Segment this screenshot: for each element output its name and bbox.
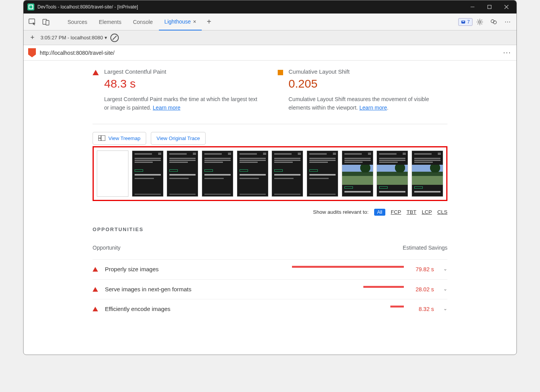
window-maximize-button[interactable] xyxy=(481,0,498,14)
metric-lcp: Largest Contentful Paint 48.3 s Largest … xyxy=(93,68,262,112)
opportunity-row[interactable]: Efficiently encode images 8.32 s ⌄ xyxy=(93,299,447,319)
filmstrip-frame[interactable] xyxy=(202,150,233,197)
report-content[interactable]: Largest Contentful Paint 48.3 s Largest … xyxy=(24,61,516,355)
tab-sources[interactable]: Sources xyxy=(62,14,93,30)
new-run-button[interactable]: + xyxy=(27,34,37,42)
add-tab-button[interactable]: + xyxy=(202,15,216,29)
metric-title: Largest Contentful Paint xyxy=(104,68,262,75)
filter-fcp[interactable]: FCP xyxy=(391,209,401,215)
titlebar: DevTools - localhost:8080/travel-site/ -… xyxy=(24,0,516,14)
filter-cls[interactable]: CLS xyxy=(437,209,447,215)
savings-bar xyxy=(390,306,404,308)
filmstrip-frame[interactable] xyxy=(132,150,164,197)
lighthouse-urlbar: http://localhost:8080/travel-site/ ⋮ xyxy=(24,45,516,61)
filmstrip-frame[interactable] xyxy=(307,150,338,197)
metric-description: Largest Contentful Paint marks the time … xyxy=(104,95,262,112)
opportunity-row[interactable]: Properly size images 79.82 s ⌄ xyxy=(93,259,447,279)
filmstrip-frame[interactable] xyxy=(167,150,198,197)
metrics-row: Largest Contentful Paint 48.3 s Largest … xyxy=(93,68,447,124)
metric-value: 0.205 xyxy=(289,77,447,90)
main-tabstrip: Sources Elements Console Lighthouse × + … xyxy=(24,14,516,30)
feedback-icon[interactable] xyxy=(487,15,500,29)
metric-value: 48.3 s xyxy=(104,77,262,90)
chevron-down-icon[interactable]: ⌄ xyxy=(443,306,447,311)
more-menu-icon[interactable]: ⋯ xyxy=(501,15,514,29)
inspect-element-icon[interactable] xyxy=(26,15,39,29)
audited-url: http://localhost:8080/travel-site/ xyxy=(40,50,499,56)
filmstrip xyxy=(93,146,447,201)
svg-point-8 xyxy=(479,21,481,23)
metric-title: Cumulative Layout Shift xyxy=(289,68,447,75)
issues-badge[interactable]: 7 xyxy=(458,18,472,26)
tab-lighthouse[interactable]: Lighthouse × xyxy=(159,14,202,30)
metric-cls: Cumulative Layout Shift 0.205 Cumulative… xyxy=(278,68,447,112)
learn-more-link[interactable]: Learn more xyxy=(153,105,181,111)
close-tab-icon[interactable]: × xyxy=(193,19,196,25)
svg-rect-1 xyxy=(488,5,491,9)
view-trace-button[interactable]: View Original Trace xyxy=(151,132,206,145)
filmstrip-frame[interactable] xyxy=(342,150,373,197)
filmstrip-frame[interactable] xyxy=(376,150,408,197)
filter-all[interactable]: All xyxy=(374,209,385,216)
metric-description: Cumulative Layout Shift measures the mov… xyxy=(289,95,447,112)
opportunities-columns: Opportunity Estimated Savings xyxy=(93,245,447,251)
svg-rect-6 xyxy=(46,20,49,25)
view-treemap-button[interactable]: View Treemap xyxy=(93,132,146,145)
report-menu-button[interactable]: ⋮ xyxy=(503,49,512,57)
filmstrip-frame[interactable] xyxy=(97,150,128,197)
chevron-down-icon[interactable]: ⌄ xyxy=(443,266,447,272)
filmstrip-frame[interactable] xyxy=(237,150,268,197)
chevron-down-icon[interactable]: ⌄ xyxy=(443,286,447,292)
savings-bar xyxy=(363,286,404,288)
treemap-icon xyxy=(98,135,105,141)
window-minimize-button[interactable] xyxy=(464,0,481,14)
filter-label: Show audits relevant to: xyxy=(313,209,369,215)
lighthouse-icon xyxy=(28,48,36,57)
filter-lcp[interactable]: LCP xyxy=(422,209,432,215)
fail-triangle-icon xyxy=(93,70,99,75)
average-square-icon xyxy=(278,70,283,75)
savings-bar xyxy=(292,266,404,268)
device-toggle-icon[interactable] xyxy=(40,15,53,29)
window-title: DevTools - localhost:8080/travel-site/ -… xyxy=(37,4,138,10)
dropdown-caret-icon: ▾ xyxy=(105,35,107,41)
opportunity-row[interactable]: Serve images in next-gen formats 28.02 s… xyxy=(93,279,447,299)
lighthouse-run-bar: + 3:05:27 PM - localhost:8080 ▾ xyxy=(24,30,516,45)
filmstrip-frame[interactable] xyxy=(412,150,443,197)
filmstrip-frame[interactable] xyxy=(272,150,303,197)
opportunities-heading: OPPORTUNITIES xyxy=(93,226,447,232)
fail-triangle-icon xyxy=(93,267,98,272)
fail-triangle-icon xyxy=(93,287,98,292)
tab-console[interactable]: Console xyxy=(128,14,158,30)
devtools-window: DevTools - localhost:8080/travel-site/ -… xyxy=(23,0,517,355)
window-close-button[interactable] xyxy=(498,0,515,14)
clear-run-button[interactable] xyxy=(110,34,119,42)
tab-elements[interactable]: Elements xyxy=(93,14,127,30)
run-selector[interactable]: 3:05:27 PM - localhost:8080 ▾ xyxy=(40,35,107,41)
devtools-app-icon xyxy=(27,3,34,10)
fail-triangle-icon xyxy=(93,307,98,311)
settings-gear-icon[interactable] xyxy=(473,15,486,29)
filter-tbt[interactable]: TBT xyxy=(407,209,417,215)
audit-filter-row: Show audits relevant to: All FCP TBT LCP… xyxy=(93,201,447,226)
learn-more-link[interactable]: Learn more xyxy=(359,105,387,111)
